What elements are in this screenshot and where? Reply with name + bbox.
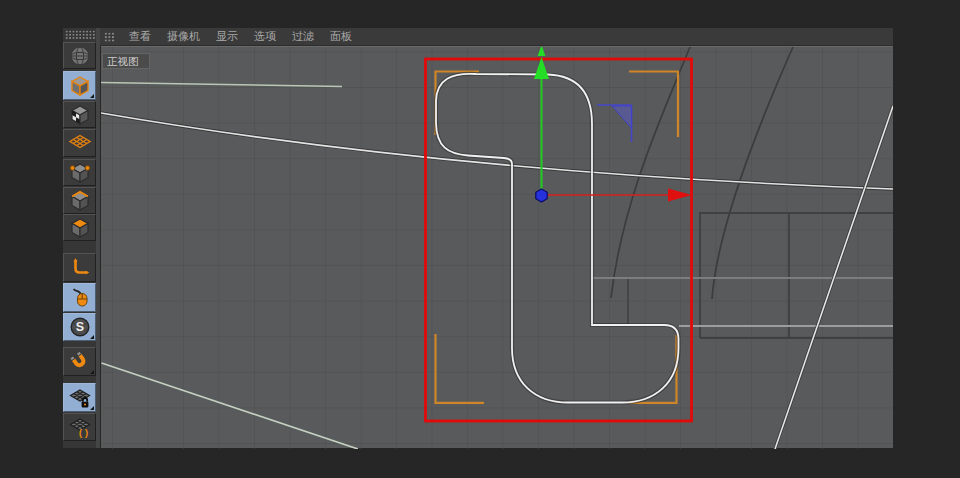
texture-mode-button[interactable] bbox=[63, 101, 96, 128]
menu-bar: 查看 摄像机 显示 选项 过滤 面板 bbox=[100, 28, 893, 46]
edges-mode-button[interactable] bbox=[63, 187, 96, 214]
axis-corner-icon bbox=[68, 256, 92, 280]
menu-item-filter[interactable]: 过滤 bbox=[284, 28, 322, 45]
palette-grip-icon[interactable] bbox=[65, 30, 95, 39]
points-mode-button[interactable] bbox=[63, 159, 96, 186]
application-window: 查看 摄像机 显示 选项 过滤 面板 bbox=[0, 0, 960, 478]
snap-settings-button[interactable]: S bbox=[63, 313, 96, 341]
tweak-mode-button[interactable] bbox=[63, 283, 96, 312]
grid-paren-icon: () bbox=[68, 415, 92, 439]
snapping-button[interactable] bbox=[63, 347, 96, 376]
mouse-icon bbox=[68, 286, 92, 310]
cube-icon bbox=[68, 74, 92, 98]
checkered-cube-icon bbox=[68, 103, 92, 127]
menu-item-camera[interactable]: 摄像机 bbox=[159, 28, 208, 45]
cube-points-icon bbox=[68, 161, 92, 185]
planar-workplane-button[interactable]: () bbox=[63, 413, 96, 441]
cube-edges-icon bbox=[68, 189, 92, 213]
globe-icon bbox=[68, 44, 92, 68]
menu-grip-icon[interactable] bbox=[104, 32, 115, 42]
viewport-grid bbox=[101, 47, 893, 449]
menu-item-view[interactable]: 查看 bbox=[121, 28, 159, 45]
menu-item-panel[interactable]: 面板 bbox=[322, 28, 360, 45]
palette-edge bbox=[96, 28, 100, 448]
render-view-button[interactable] bbox=[63, 42, 96, 69]
model-mode-button[interactable] bbox=[63, 71, 96, 100]
enable-axis-button[interactable] bbox=[63, 253, 96, 282]
grid-lock-icon bbox=[68, 386, 92, 410]
menu-item-display[interactable]: 显示 bbox=[208, 28, 246, 45]
cube-face-icon bbox=[68, 216, 92, 240]
s-badge-icon: S bbox=[68, 315, 92, 339]
tool-palette: S bbox=[63, 28, 100, 448]
menu-item-options[interactable]: 选项 bbox=[246, 28, 284, 45]
magnet-icon bbox=[68, 350, 92, 374]
polygons-mode-button[interactable] bbox=[63, 214, 96, 241]
svg-text:S: S bbox=[75, 320, 83, 334]
workplane-lock-button[interactable] bbox=[63, 383, 96, 412]
workplane-mode-button[interactable] bbox=[63, 129, 96, 157]
viewport-svg bbox=[101, 47, 893, 449]
orange-grid-icon bbox=[68, 131, 92, 155]
viewport-label[interactable]: 正视图 bbox=[102, 53, 150, 69]
viewport-canvas[interactable]: 正视图 bbox=[101, 46, 893, 448]
svg-text:(): () bbox=[77, 428, 88, 439]
origin-point[interactable] bbox=[536, 189, 547, 202]
